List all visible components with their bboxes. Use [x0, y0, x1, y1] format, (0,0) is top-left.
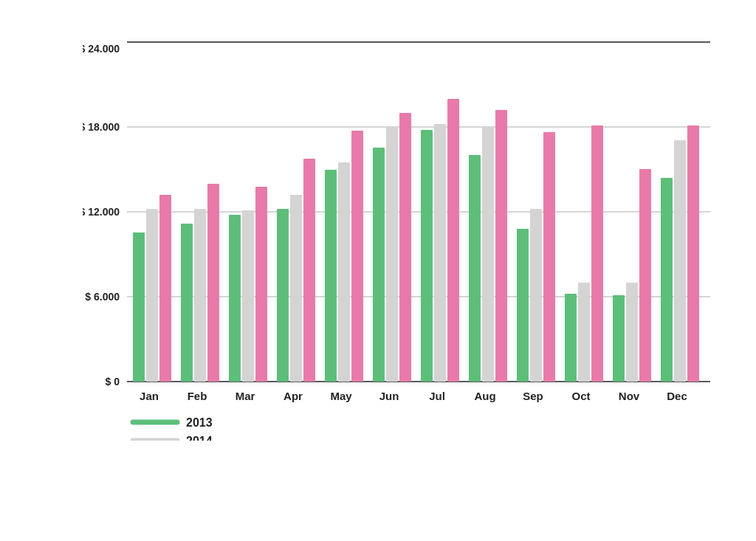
x-label-dec: Dec: [667, 390, 687, 402]
bar-jan-2013: [133, 232, 145, 382]
bar-nov-2013: [613, 295, 625, 382]
bar-dec-2014: [674, 140, 686, 382]
bar-feb-2015: [207, 184, 219, 382]
bar-apr-2015: [303, 159, 315, 382]
bar-mar-2015: [255, 187, 267, 382]
x-label-mar: Mar: [236, 390, 255, 402]
bar-sep-2014: [530, 209, 542, 382]
bar-apr-2013: [277, 209, 289, 382]
bar-jul-2013: [421, 130, 433, 382]
bar-feb-2014: [194, 209, 206, 382]
legend-label-2014: 2014: [186, 435, 213, 441]
chart-container: $ 0 $ 6.000 $ 12.000 $ 18.000 $ 24.000: [24, 13, 732, 529]
y-label-18000: $ 18.000: [83, 121, 120, 133]
x-label-apr: Apr: [284, 390, 303, 402]
bar-dec-2015: [687, 125, 699, 382]
x-label-oct: Oct: [571, 390, 590, 402]
x-label-jun: Jun: [379, 390, 399, 402]
x-label-feb: Feb: [188, 390, 207, 402]
bar-jun-2014: [386, 127, 398, 382]
bar-feb-2013: [181, 224, 193, 382]
bar-may-2013: [325, 170, 337, 382]
bar-may-2015: [351, 131, 363, 382]
x-label-nov: Nov: [619, 390, 640, 402]
bar-jul-2014: [434, 124, 446, 382]
bar-nov-2015: [639, 169, 651, 382]
bar-oct-2015: [591, 125, 603, 382]
bar-may-2014: [338, 162, 350, 382]
y-label-24000: $ 24.000: [83, 43, 120, 55]
x-label-jul: Jul: [429, 390, 445, 402]
bar-oct-2014: [578, 283, 590, 382]
bar-jun-2015: [399, 113, 411, 382]
bar-aug-2013: [469, 155, 481, 382]
x-label-sep: Sep: [523, 390, 543, 402]
bar-oct-2013: [565, 294, 577, 382]
bar-dec-2013: [661, 178, 673, 382]
legend-label-2013: 2013: [186, 416, 213, 429]
bar-mar-2013: [229, 215, 241, 382]
bar-aug-2015: [495, 110, 507, 382]
bar-aug-2014: [482, 127, 494, 382]
bar-sep-2013: [517, 229, 529, 382]
bar-apr-2014: [290, 195, 302, 382]
y-label-0: $ 0: [106, 376, 120, 387]
x-label-jan: Jan: [140, 390, 159, 402]
bar-jan-2014: [146, 209, 158, 382]
bar-jul-2015: [447, 99, 459, 382]
y-label-12000: $ 12.000: [83, 206, 120, 218]
bar-chart: $ 0 $ 6.000 $ 12.000 $ 18.000 $ 24.000: [83, 27, 718, 441]
y-label-6000: $ 6.000: [85, 291, 120, 303]
x-label-may: May: [330, 390, 352, 402]
bar-mar-2014: [242, 210, 254, 382]
x-label-aug: Aug: [474, 390, 495, 402]
bar-jan-2015: [159, 195, 171, 382]
bar-nov-2014: [626, 283, 638, 382]
bar-jun-2013: [373, 148, 385, 382]
bar-sep-2015: [543, 132, 555, 382]
